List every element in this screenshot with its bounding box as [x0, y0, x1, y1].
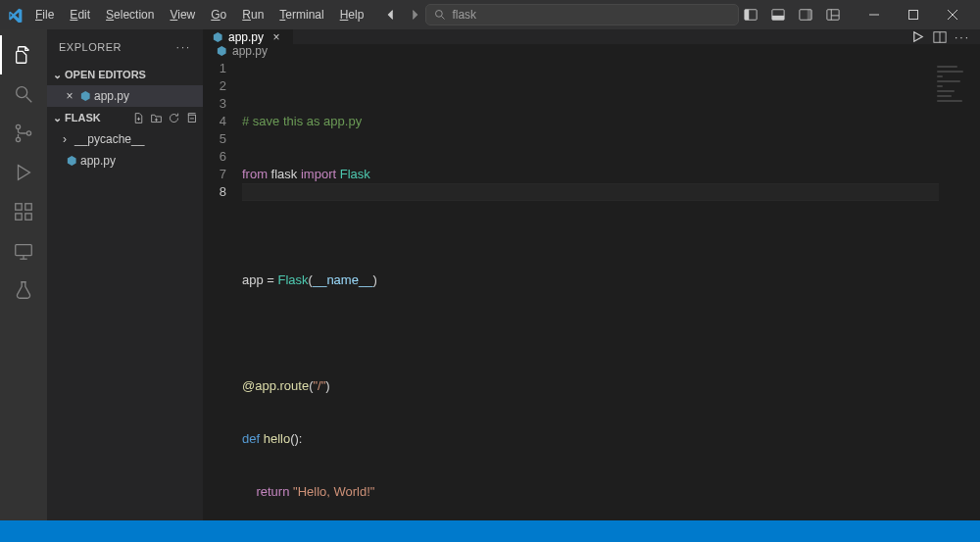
- menu-selection[interactable]: Selection: [99, 4, 161, 25]
- layout-secondary-side-icon[interactable]: [794, 3, 817, 26]
- layout-primary-side-icon[interactable]: [739, 3, 762, 26]
- breadcrumb[interactable]: ⬢ app.py: [203, 44, 980, 58]
- activity-run-debug-icon[interactable]: [0, 153, 47, 192]
- svg-point-17: [16, 124, 20, 128]
- tree-file-label: app.py: [80, 154, 116, 168]
- menu-view[interactable]: View: [163, 4, 202, 25]
- python-file-icon: ⬢: [80, 89, 90, 103]
- activity-explorer-icon[interactable]: [0, 35, 47, 74]
- editor-area: ⬢ app.py × ··· ⬢ app.py 12345678 # save …: [203, 29, 980, 520]
- menu-run[interactable]: Run: [235, 4, 270, 25]
- svg-line-16: [26, 97, 32, 103]
- svg-line-1: [442, 17, 445, 20]
- svg-rect-7: [808, 10, 811, 21]
- activity-extensions-icon[interactable]: [0, 192, 47, 231]
- customize-layout-icon[interactable]: [821, 3, 845, 26]
- tree-folder-pycache[interactable]: › __pycache__: [47, 128, 203, 150]
- activity-remote-icon[interactable]: [0, 231, 47, 271]
- svg-point-19: [26, 131, 30, 135]
- menu-terminal[interactable]: Terminal: [272, 4, 330, 25]
- activity-bar: [0, 29, 47, 520]
- search-text: flask: [452, 8, 476, 22]
- tab-app-py[interactable]: ⬢ app.py ×: [203, 29, 294, 44]
- sidebar-title-label: EXPLORER: [59, 41, 122, 53]
- svg-point-18: [16, 137, 20, 141]
- menu-help[interactable]: Help: [333, 4, 371, 25]
- minimap[interactable]: [937, 66, 966, 105]
- svg-rect-23: [25, 214, 31, 220]
- python-file-icon: ⬢: [217, 44, 226, 58]
- breadcrumb-file: app.py: [232, 44, 268, 58]
- run-file-icon[interactable]: [910, 29, 925, 44]
- window-minimize-icon[interactable]: [855, 0, 894, 29]
- svg-rect-25: [16, 245, 32, 256]
- tree-folder-label: __pycache__: [74, 132, 144, 146]
- activity-search-icon[interactable]: [0, 74, 47, 114]
- nav-back-icon[interactable]: [380, 4, 402, 25]
- code-content[interactable]: # save this as app.py from flask import …: [242, 58, 980, 536]
- command-center-search[interactable]: flask: [425, 4, 739, 25]
- svg-rect-8: [827, 10, 839, 21]
- svg-point-15: [17, 87, 27, 98]
- open-editors-header[interactable]: ⌄ OPEN EDITORS: [47, 64, 203, 85]
- activity-source-control-icon[interactable]: [0, 114, 47, 153]
- nav-arrows: [380, 4, 425, 25]
- new-file-icon[interactable]: [130, 110, 146, 125]
- status-bar[interactable]: [0, 520, 980, 542]
- code-editor[interactable]: 12345678 # save this as app.py from flas…: [203, 58, 980, 536]
- window-maximize-icon[interactable]: [894, 0, 933, 29]
- svg-rect-21: [16, 204, 22, 210]
- split-editor-icon[interactable]: [933, 30, 947, 44]
- open-editor-filename: app.py: [94, 89, 129, 103]
- tree-file-app[interactable]: ⬢ app.py: [47, 150, 203, 172]
- svg-rect-12: [909, 11, 918, 20]
- svg-rect-3: [745, 10, 749, 21]
- open-editors-label: OPEN EDITORS: [65, 69, 146, 80]
- folder-header[interactable]: ⌄ FLASK: [47, 107, 203, 128]
- svg-rect-5: [772, 16, 784, 20]
- sidebar-more-icon[interactable]: ···: [176, 41, 191, 53]
- sidebar-explorer: EXPLORER ··· ⌄ OPEN EDITORS × ⬢ app.py ⌄…: [47, 29, 203, 520]
- nav-forward-icon[interactable]: [404, 4, 425, 25]
- activity-testing-icon[interactable]: [0, 271, 47, 310]
- tab-label: app.py: [228, 30, 264, 44]
- layout-panel-icon[interactable]: [766, 3, 790, 26]
- svg-rect-24: [25, 204, 31, 210]
- close-editor-icon[interactable]: ×: [63, 89, 76, 103]
- chevron-down-icon: ⌄: [51, 69, 63, 81]
- svg-rect-22: [16, 214, 22, 220]
- menu-edit[interactable]: Edit: [63, 4, 97, 25]
- vscode-logo-icon: [8, 7, 23, 23]
- editor-tabs: ⬢ app.py × ···: [203, 29, 980, 44]
- menu-go[interactable]: Go: [204, 4, 233, 25]
- chevron-down-icon: ⌄: [51, 112, 63, 124]
- python-file-icon: ⬢: [67, 154, 76, 168]
- line-gutter: 12345678: [203, 58, 242, 536]
- svg-point-0: [436, 11, 443, 18]
- python-file-icon: ⬢: [213, 30, 222, 44]
- search-icon: [434, 9, 446, 21]
- new-folder-icon[interactable]: [148, 110, 164, 125]
- refresh-icon[interactable]: [166, 110, 181, 125]
- chevron-right-icon: ›: [59, 132, 71, 146]
- folder-label: FLASK: [65, 112, 101, 123]
- open-editor-item[interactable]: × ⬢ app.py: [47, 85, 203, 107]
- tab-close-icon[interactable]: ×: [270, 30, 283, 44]
- title-bar: FFileile Edit Selection View Go Run Term…: [0, 0, 980, 29]
- menu-file[interactable]: FFileile: [28, 4, 61, 25]
- window-close-icon[interactable]: [933, 0, 972, 29]
- menu-bar: FFileile Edit Selection View Go Run Term…: [28, 4, 370, 25]
- collapse-all-icon[interactable]: [183, 110, 199, 125]
- editor-more-icon[interactable]: ···: [955, 30, 970, 44]
